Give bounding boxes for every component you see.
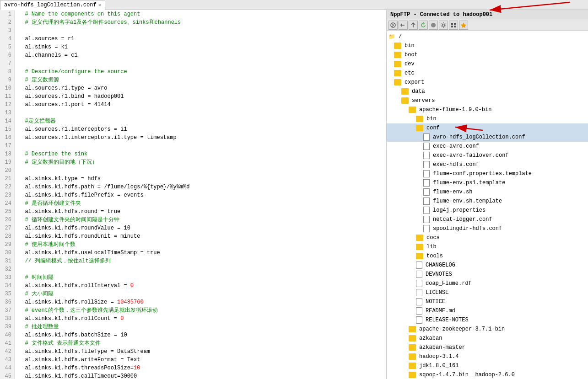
tree-file-item[interactable]: DEVNOTES (387, 270, 588, 279)
tree-file-item[interactable]: NOTICE (387, 297, 588, 306)
code-line (18, 265, 383, 273)
tree-folder-item[interactable]: docs (387, 233, 588, 242)
tree-folder-item[interactable]: export (387, 78, 588, 87)
toolbar-btn-settings[interactable] (439, 21, 448, 30)
tree-folder-item[interactable]: apache-zookeeper-3.7.1-bin (387, 325, 588, 334)
folder-icon (401, 88, 409, 95)
code-line: // 列编辑模式，按住alt选择多列 (18, 257, 383, 265)
tree-folder-item[interactable]: lib (387, 242, 588, 251)
tree-file-item[interactable]: CHANGELOG (387, 261, 588, 270)
tree-folder-item[interactable]: boot (387, 50, 588, 59)
toolbar-btn-star[interactable] (459, 21, 468, 30)
tree-item-label: servers (412, 97, 435, 104)
tree-item-label: bin (405, 43, 415, 49)
editor-panel: 1234567891011121314151617181920212223242… (0, 10, 387, 379)
code-line: al.sinks.k1.hdfs.rollCount = 0 (18, 315, 383, 323)
tree-file-item[interactable]: flume-env.sh.template (387, 197, 588, 206)
line-number: 18 (3, 150, 11, 158)
editor-content[interactable]: 1234567891011121314151617181920212223242… (0, 10, 386, 379)
line-number: 6 (3, 51, 11, 59)
tree-item-label: exec-hdfs.conf (433, 161, 479, 168)
tree-folder-item[interactable]: data (387, 87, 588, 96)
code-line: # 定义数据源 (18, 76, 383, 84)
line-number: 23 (3, 191, 11, 199)
tree-folder-item[interactable]: hadoop-3.1.4 (387, 352, 588, 361)
tree-folder-item[interactable]: azkaban (387, 334, 588, 343)
code-line: al.sinks.k1.hdfs.writeFormat = Text (18, 356, 383, 364)
line-number: 7 (3, 59, 11, 68)
tree-folder-item[interactable]: bin (387, 41, 588, 50)
toolbar-btn-forward[interactable] (399, 21, 408, 30)
tree-file-item[interactable]: flume-conf.properties.template (387, 169, 588, 178)
line-number: 2 (3, 18, 11, 27)
code-line: al.sinks.k1.hdfs.rollInterval = 0 (18, 282, 383, 290)
file-icon (423, 170, 430, 177)
main-content: 1234567891011121314151617181920212223242… (0, 10, 588, 379)
code-line: #定义拦截器 (18, 117, 383, 125)
toolbar-btn-grid[interactable] (449, 21, 458, 30)
tree-folder-item[interactable]: dev (387, 59, 588, 69)
nppftp-header: NppFTP - Connected to hadoop001 (387, 10, 588, 19)
line-number: 22 (3, 183, 11, 191)
tree-folder-item[interactable]: apache-flume-1.9.0-bin (387, 105, 588, 114)
tree-file-item[interactable]: log4j.properties (387, 206, 588, 215)
tree-file-item[interactable]: LICENSE (387, 288, 588, 297)
code-line: # 循环创建文件夹的时间间隔是十分钟 (18, 216, 383, 224)
tree-file-item[interactable]: exec-avro-failover.conf (387, 151, 588, 160)
tree-file-item[interactable]: README.md (387, 306, 588, 315)
tree-item-label: flume-env.sh (433, 189, 472, 195)
tree-item-label: sqoop-1.4.7.bin__hadoop-2.6.0 (419, 372, 515, 378)
folder-icon (409, 326, 416, 332)
tree-file-item[interactable]: exec-hdfs.conf (387, 160, 588, 169)
tree-item-label: netcat-logger.conf (433, 216, 492, 223)
line-number: 10 (3, 84, 11, 92)
tree-folder-item[interactable]: azkaban-master (387, 343, 588, 352)
tree-folder-item[interactable]: etc (387, 69, 588, 78)
tree-folder-item[interactable]: servers (387, 96, 588, 105)
tree-item-label: README.md (426, 308, 455, 314)
toolbar-btn-refresh[interactable] (419, 21, 428, 30)
line-number: 32 (3, 265, 11, 273)
tree-file-item[interactable]: RELEASE-NOTES (387, 315, 588, 325)
code-line: # 文件格式 表示普通文本文件 (18, 339, 383, 347)
tab-close-button[interactable]: ✕ (98, 2, 101, 8)
tree-folder-item[interactable]: jdk1.8.0_161 (387, 361, 588, 370)
line-number: 3 (3, 27, 11, 35)
line-number: 19 (3, 158, 11, 166)
toolbar-btn-up[interactable] (409, 21, 418, 30)
line-number: 37 (3, 306, 11, 315)
tree-folder-item[interactable]: sqoop-1.4.7.bin__hadoop-2.6.0 (387, 370, 588, 379)
folder-icon (394, 70, 401, 76)
code-area[interactable]: # Name the components on this agent # 定义… (15, 10, 386, 379)
code-line (18, 109, 383, 117)
file-icon (423, 198, 430, 205)
code-line: al.sinks.k1.hdfs.round = true (18, 208, 383, 216)
tree-file-item[interactable]: avro-hdfs_logCollection.conf (387, 133, 588, 142)
svg-point-2 (442, 24, 445, 26)
tree-root[interactable]: 📁/ (387, 32, 588, 41)
tree-folder-item[interactable]: conf (387, 123, 588, 133)
file-tree[interactable]: 📁/binbootdevetcexportdataserversapache-f… (387, 31, 588, 379)
toolbar-btn-disconnect[interactable] (429, 21, 438, 30)
code-line: al.sinks.k1.hdfs.fileType = DataStream (18, 347, 383, 356)
tree-file-item[interactable]: flume-env.sh (387, 187, 588, 197)
line-number: 45 (3, 372, 11, 379)
tree-folder-item[interactable]: tools (387, 251, 588, 261)
tree-file-item[interactable]: netcat-logger.conf (387, 215, 588, 224)
line-number: 20 (3, 166, 11, 175)
tree-file-item[interactable]: flume-env.ps1.template (387, 178, 588, 187)
editor-tab[interactable]: avro-hdfs_logCollection.conf ✕ (0, 0, 105, 10)
toolbar-btn-back[interactable] (388, 21, 398, 30)
tree-item-label: spoolingdir-hdfs.conf (433, 225, 502, 232)
code-line: # event的个数，这三个参数谁先满足就出发循环滚动 (18, 306, 383, 315)
tree-file-item[interactable]: spoolingdir-hdfs.conf (387, 224, 588, 233)
folder-icon (409, 335, 416, 342)
tree-file-item[interactable]: doap_Flume.rdf (387, 279, 588, 288)
tree-folder-item[interactable]: bin (387, 114, 588, 123)
tree-item-label: avro-hdfs_logCollection.conf (433, 134, 525, 140)
tree-item-label: docs (426, 235, 440, 241)
tree-file-item[interactable]: exec-avro.conf (387, 142, 588, 151)
code-line: # 定义代理的名字a1及各个组件sources、sinks和channels (18, 18, 383, 27)
tree-item-label: apache-zookeeper-3.7.1-bin (419, 326, 505, 332)
tree-item-label: dev (405, 61, 415, 67)
